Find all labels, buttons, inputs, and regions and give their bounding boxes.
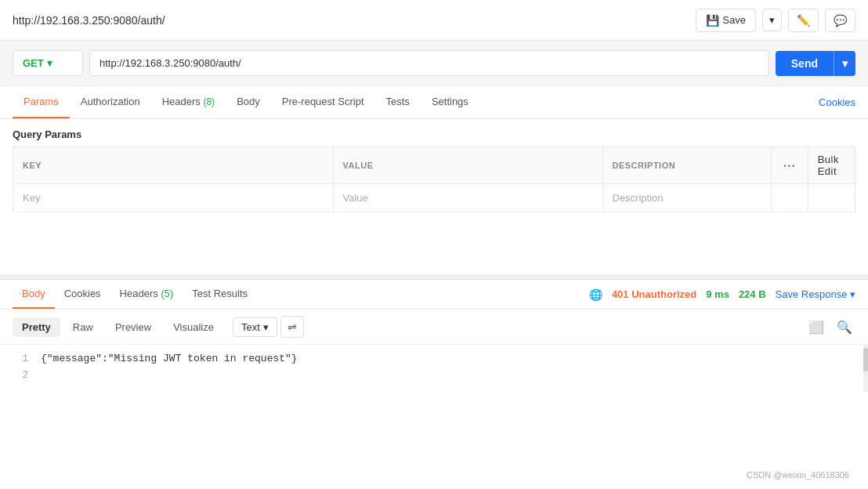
tab-prerequest[interactable]: Pre-request Script	[271, 86, 375, 118]
code-line-1: 1 {"message":"Missing JWT token in reque…	[13, 351, 855, 368]
format-tab-pretty[interactable]: Pretty	[13, 317, 60, 337]
format-type-chevron: ▾	[263, 321, 269, 333]
save-response-label: Save Response	[776, 288, 848, 300]
format-bar: Pretty Raw Preview Visualize Text ▾ ⇌ ⬜ …	[0, 310, 868, 345]
tab-authorization-label: Authorization	[81, 96, 140, 107]
method-chevron-icon: ▾	[47, 57, 52, 69]
response-tab-test-label: Test Results	[192, 288, 248, 299]
value-cell[interactable]: Value	[333, 184, 602, 212]
params-table: KEY VALUE DESCRIPTION ⋯ Bulk Edit Key Va…	[13, 147, 855, 212]
wrap-button[interactable]: ⇌	[280, 316, 304, 338]
response-tab-cookies[interactable]: Cookies	[55, 280, 110, 309]
save-button[interactable]: 💾 Save	[696, 9, 756, 32]
request-bar: GET ▾ Send ▾	[0, 41, 868, 86]
request-tabs-bar: Params Authorization Headers (8) Body Pr…	[0, 86, 868, 119]
watermark: CSDN @weixin_40618306	[734, 467, 862, 483]
url-input[interactable]	[89, 50, 769, 76]
code-line-2: 2	[13, 368, 855, 384]
method-label: GET	[23, 57, 44, 69]
scrollbar-thumb	[863, 348, 868, 371]
dots-cell	[771, 184, 808, 212]
description-cell[interactable]: Description	[602, 184, 771, 212]
send-label: Send	[776, 51, 834, 76]
col-header-description: DESCRIPTION	[602, 147, 771, 184]
tab-headers-badge: (8)	[203, 96, 215, 107]
search-icon[interactable]: 🔍	[834, 317, 855, 338]
cookies-link[interactable]: Cookies	[819, 96, 855, 108]
tab-headers[interactable]: Headers (8)	[151, 86, 226, 118]
value-placeholder: Value	[343, 192, 368, 204]
tab-authorization[interactable]: Authorization	[70, 86, 151, 118]
tab-settings-label: Settings	[432, 96, 468, 107]
tab-body[interactable]: Body	[226, 86, 271, 118]
send-chevron-icon[interactable]: ▾	[834, 51, 855, 76]
col-header-bulk-edit[interactable]: Bulk Edit	[808, 147, 855, 184]
bulk-edit-label: Bulk Edit	[818, 154, 839, 177]
response-tab-cookies-label: Cookies	[64, 288, 101, 299]
key-cell[interactable]: Key	[13, 184, 334, 212]
tab-params-label: Params	[24, 96, 59, 107]
save-dropdown-button[interactable]: ▾	[762, 9, 782, 31]
line-number-2: 2	[13, 368, 28, 384]
col-header-value: VALUE	[333, 147, 602, 184]
response-tab-body[interactable]: Body	[13, 280, 55, 309]
tab-tests[interactable]: Tests	[375, 86, 421, 118]
message-icon: 💬	[834, 14, 847, 27]
format-tab-raw[interactable]: Raw	[63, 317, 103, 337]
col-header-key: KEY	[13, 147, 334, 184]
cookies-label: Cookies	[819, 96, 855, 108]
response-tab-headers[interactable]: Headers (5)	[110, 280, 183, 309]
format-type-label: Text	[241, 321, 260, 333]
response-size: 224 B	[739, 288, 766, 300]
scrollbar-track[interactable]	[863, 345, 868, 392]
pencil-icon: ✏️	[797, 14, 810, 27]
line-number-1: 1	[13, 351, 28, 368]
tab-prerequest-label: Pre-request Script	[282, 96, 364, 107]
description-placeholder: Description	[613, 192, 664, 204]
method-select[interactable]: GET ▾	[13, 50, 83, 76]
response-tab-body-label: Body	[22, 288, 45, 299]
send-button[interactable]: Send ▾	[776, 51, 855, 76]
title-url: http://192.168.3.250:9080/auth/	[13, 14, 165, 27]
wrap-icon: ⇌	[288, 321, 297, 333]
globe-icon: 🌐	[589, 288, 602, 301]
format-tab-preview[interactable]: Preview	[106, 317, 161, 337]
col-header-dots: ⋯	[771, 147, 808, 184]
save-response-chevron: ▾	[850, 288, 855, 300]
format-type-select[interactable]: Text ▾	[233, 317, 277, 337]
status-code: 401 Unauthorized	[612, 288, 696, 300]
response-headers-badge: (5)	[161, 288, 173, 299]
response-body: 1 {"message":"Missing JWT token in reque…	[0, 345, 868, 392]
tab-params[interactable]: Params	[13, 86, 70, 118]
response-tab-test-results[interactable]: Test Results	[183, 280, 257, 309]
response-section: Body Cookies Headers (5) Test Results 🌐 …	[0, 280, 868, 392]
tab-body-label: Body	[237, 96, 260, 107]
response-tab-headers-label: Headers	[120, 288, 158, 299]
message-button[interactable]: 💬	[825, 9, 855, 32]
save-response-link[interactable]: Save Response ▾	[776, 288, 855, 300]
save-icon: 💾	[706, 14, 719, 27]
query-params-title: Query Params	[13, 129, 855, 140]
tab-tests-label: Tests	[386, 96, 410, 107]
response-tabs-bar: Body Cookies Headers (5) Test Results 🌐 …	[0, 280, 868, 310]
tab-settings[interactable]: Settings	[421, 86, 479, 118]
key-placeholder: Key	[23, 192, 40, 204]
line-content-1: {"message":"Missing JWT token in request…	[41, 351, 298, 368]
copy-icon[interactable]: ⬜	[805, 317, 827, 338]
pencil-button[interactable]: ✏️	[788, 9, 819, 32]
format-tab-visualize[interactable]: Visualize	[164, 317, 223, 337]
response-time: 9 ms	[706, 288, 729, 300]
tab-headers-label: Headers	[162, 96, 201, 107]
save-label: Save	[722, 14, 746, 26]
chevron-down-icon: ▾	[769, 14, 775, 26]
format-right-actions: ⬜ 🔍	[805, 317, 855, 338]
query-params-section: Query Params KEY VALUE DESCRIPTION ⋯ Bul…	[0, 119, 868, 212]
table-row: Key Value Description	[13, 184, 855, 212]
bulkedit-cell	[808, 184, 855, 212]
title-actions: 💾 Save ▾ ✏️ 💬	[696, 9, 855, 32]
response-status-area: 🌐 401 Unauthorized 9 ms 224 B Save Respo…	[589, 288, 855, 301]
title-bar: http://192.168.3.250:9080/auth/ 💾 Save ▾…	[0, 0, 868, 41]
dots-icon: ⋯	[783, 159, 796, 172]
